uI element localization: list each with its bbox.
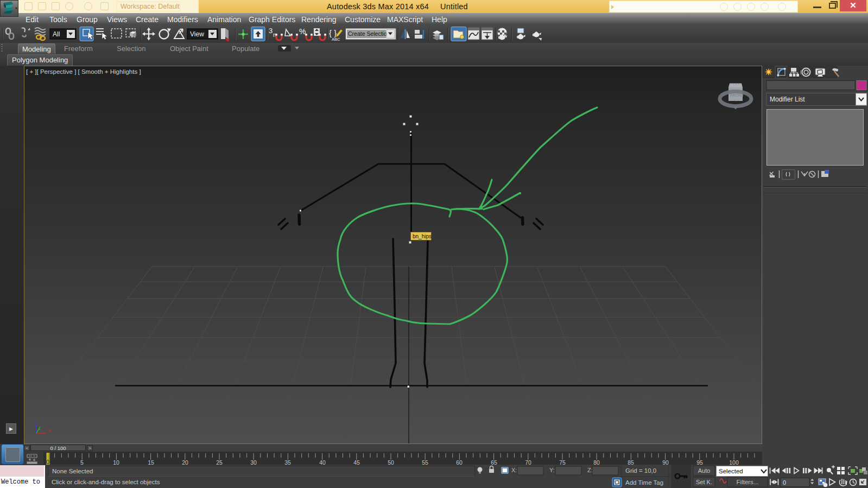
svg-text:{ }: { } xyxy=(329,28,337,37)
svg-text:Create Selection: Create Selection xyxy=(348,30,390,37)
svg-text:Grid = 10,0: Grid = 10,0 xyxy=(625,467,656,474)
svg-text:20: 20 xyxy=(182,459,188,465)
svg-text:65: 65 xyxy=(491,459,497,465)
svg-text:z: z xyxy=(34,419,37,424)
svg-text:ABC: ABC xyxy=(332,37,340,42)
svg-text:Auto: Auto xyxy=(698,467,711,474)
svg-text:35: 35 xyxy=(284,459,291,465)
svg-text:15: 15 xyxy=(148,459,154,465)
svg-text:85: 85 xyxy=(628,459,634,465)
svg-text:25: 25 xyxy=(216,459,223,465)
svg-text:Selected: Selected xyxy=(719,468,743,474)
svg-text:Set K.: Set K. xyxy=(696,479,712,485)
svg-text:5: 5 xyxy=(80,459,84,465)
svg-text:bn_hips: bn_hips xyxy=(413,233,432,239)
svg-text:Modifier List: Modifier List xyxy=(770,96,805,103)
svg-text:Z:: Z: xyxy=(587,467,593,473)
svg-text:40: 40 xyxy=(319,459,326,465)
svg-text:45: 45 xyxy=(353,459,360,465)
svg-text:Filters...: Filters... xyxy=(737,479,759,485)
svg-text:x: x xyxy=(48,428,51,433)
svg-text:%: % xyxy=(299,27,306,36)
svg-text:75: 75 xyxy=(559,459,566,465)
svg-text:60: 60 xyxy=(456,459,462,465)
svg-text:Y:: Y: xyxy=(549,467,555,473)
svg-text:50: 50 xyxy=(388,459,394,465)
svg-text:View: View xyxy=(190,30,204,38)
svg-text:0: 0 xyxy=(46,459,49,465)
svg-text:X:: X: xyxy=(511,467,517,473)
svg-text:95: 95 xyxy=(696,459,703,465)
svg-text:70: 70 xyxy=(525,459,531,465)
svg-text:3: 3 xyxy=(269,27,273,35)
svg-text:10: 10 xyxy=(113,459,119,465)
svg-text:30: 30 xyxy=(250,459,257,465)
svg-text:0: 0 xyxy=(783,479,786,486)
svg-text:Add Time Tag: Add Time Tag xyxy=(625,479,663,486)
svg-text:All: All xyxy=(53,30,60,38)
svg-text:55: 55 xyxy=(422,459,428,465)
svg-text:80: 80 xyxy=(593,459,600,465)
svg-text:90: 90 xyxy=(662,459,669,465)
svg-text:100: 100 xyxy=(729,459,739,465)
